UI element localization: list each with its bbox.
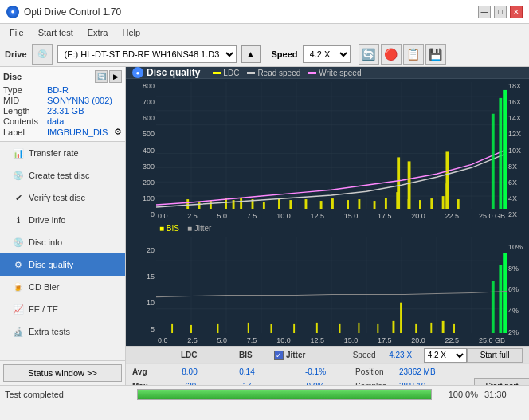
save-icon[interactable]: 💾	[425, 44, 446, 65]
status-text: Test completed	[5, 390, 131, 399]
sidebar-item-verify-test-disc[interactable]: ✔ Verify test disc	[0, 186, 125, 209]
avg-label: Avg	[132, 367, 161, 376]
drive-eject-icon[interactable]: 💿	[32, 44, 53, 65]
svg-rect-34	[385, 198, 387, 209]
svg-rect-71	[393, 321, 395, 333]
position-value: 23862 MB	[399, 367, 463, 376]
sidebar-item-create-test-disc[interactable]: 💿 Create test disc	[0, 164, 125, 186]
samples-label: Samples	[355, 382, 399, 386]
status-btn-area: Status window >>	[0, 360, 125, 385]
disc-label-row: Label IMGBURN_DIS ⚙	[3, 127, 122, 137]
svg-rect-61	[171, 324, 173, 333]
disc-length-value: 23.31 GB	[47, 106, 84, 116]
svg-rect-77	[492, 281, 495, 333]
drive-label: Drive	[5, 49, 27, 59]
menu-start-test[interactable]: Start test	[32, 26, 80, 39]
svg-rect-63	[217, 324, 219, 333]
disc-length-row: Length 23.31 GB	[3, 106, 122, 116]
status-window-button[interactable]: Status window >>	[3, 364, 122, 382]
disc-mid-row: MID SONYNN3 (002)	[3, 96, 122, 105]
disc-header: Disc 🔄 ▶	[3, 70, 122, 83]
disc-mid-label: MID	[3, 96, 47, 105]
svg-rect-38	[430, 198, 433, 209]
app-icon: ●	[6, 6, 19, 18]
svg-rect-79	[503, 253, 507, 333]
refresh-icon[interactable]: 🔄	[359, 44, 379, 65]
max-jitter: 0.0%	[276, 382, 355, 386]
disc-label-label: Label	[3, 128, 47, 137]
bottom-bar: Test completed 100.0% 31:30	[0, 385, 529, 402]
minimize-button[interactable]: —	[478, 6, 491, 18]
speed-header-select[interactable]: 4.2 X	[424, 348, 467, 363]
svg-rect-37	[419, 200, 421, 209]
drive-select[interactable]: (E:) HL-DT-ST BD-RE WH16NS48 1.D3	[57, 45, 237, 63]
upper-chart-area	[156, 82, 507, 209]
menu-help[interactable]: Help	[116, 26, 147, 39]
sidebar-label-verify-test-disc: Verify test disc	[29, 193, 85, 202]
sidebar-label-fe-te: FE / TE	[29, 304, 58, 314]
nav-items: 📊 Transfer rate 💿 Create test disc ✔ Ver…	[0, 142, 125, 360]
record-icon[interactable]: 🔴	[381, 44, 402, 65]
lower-y-axis-left: 20 15 10 5	[126, 222, 156, 346]
read-legend-label: Read speed	[257, 69, 300, 77]
disc-contents-value: data	[47, 116, 64, 126]
upper-x-axis: 0.0 2.5 5.0 7.5 10.0 12.5 15.0 17.5 20.0…	[156, 210, 507, 222]
sidebar-label-create-test-disc: Create test disc	[29, 171, 89, 180]
ldc-legend-label: LDC	[223, 69, 239, 77]
jitter-header-label: Jitter	[286, 351, 305, 359]
verify-test-disc-icon: ✔	[13, 192, 24, 203]
start-full-button[interactable]: Start full	[467, 348, 523, 363]
svg-rect-75	[442, 321, 445, 333]
bis-legend: ■ BIS	[159, 224, 179, 233]
read-color-dot	[247, 72, 255, 74]
disc-mid-value: SONYNN3 (002)	[47, 96, 112, 105]
svg-rect-44	[445, 151, 449, 209]
disc-type-value: BD-R	[47, 85, 69, 95]
svg-rect-33	[374, 201, 376, 209]
sidebar-label-extra-tests: Extra tests	[29, 327, 70, 336]
svg-rect-76	[453, 324, 455, 333]
main-layout: Disc 🔄 ▶ Type BD-R MID SONYNN3 (002) Len…	[0, 67, 529, 385]
disc-refresh-icon[interactable]: 🔄	[95, 70, 108, 83]
sidebar-item-cd-bier[interactable]: 🍺 CD Bier	[0, 276, 125, 298]
sidebar-label-disc-quality: Disc quality	[29, 260, 73, 269]
svg-rect-18	[186, 199, 189, 209]
copy-icon[interactable]: 📋	[403, 44, 424, 65]
disc-edit-icon[interactable]: ⚙	[114, 127, 122, 137]
disc-icons: 🔄 ▶	[95, 70, 122, 83]
lower-y-axis-right: 10% 8% 6% 4% 2%	[507, 222, 529, 346]
sidebar-item-disc-info[interactable]: 💿 Disc info	[0, 231, 125, 253]
svg-rect-25	[263, 202, 265, 209]
transfer-rate-icon: 📊	[13, 147, 24, 159]
start-part-button[interactable]: Start part	[474, 378, 529, 385]
svg-rect-68	[339, 324, 341, 333]
drive-refresh-icon[interactable]: ▲	[241, 45, 261, 63]
sidebar-item-extra-tests[interactable]: 🔬 Extra tests	[0, 320, 125, 343]
menu-extra[interactable]: Extra	[81, 26, 115, 39]
disc-info-icon[interactable]: ▶	[109, 70, 122, 83]
lower-chart: ■ BIS ■ Jitter 20 15 10 5 10% 8% 6% 4% 2…	[126, 222, 529, 346]
svg-rect-20	[210, 201, 212, 209]
legend-ldc: LDC	[213, 69, 239, 77]
avg-bis: 0.14	[218, 367, 276, 376]
close-button[interactable]: ✕	[510, 6, 523, 18]
svg-rect-26	[278, 198, 280, 209]
disc-quality-header: ● Disc quality LDC Read speed Write spee…	[126, 67, 529, 79]
restore-button[interactable]: □	[494, 6, 507, 18]
speed-select[interactable]: 4.2 X	[303, 45, 351, 63]
disc-info-panel: Disc 🔄 ▶ Type BD-R MID SONYNN3 (002) Len…	[0, 67, 125, 142]
jitter-checkbox[interactable]: ✓	[274, 351, 284, 360]
time-elapsed: 31:30	[484, 390, 524, 399]
menu-file[interactable]: File	[3, 26, 30, 39]
svg-rect-74	[430, 323, 432, 333]
progress-bar-container	[137, 389, 432, 400]
legend: LDC Read speed Write speed	[213, 69, 361, 77]
sidebar-item-drive-info[interactable]: ℹ Drive info	[0, 209, 125, 231]
title-controls: — □ ✕	[478, 6, 523, 18]
extra-tests-icon: 🔬	[13, 326, 24, 337]
sidebar-item-transfer-rate[interactable]: 📊 Transfer rate	[0, 142, 125, 164]
disc-title: Disc	[3, 72, 22, 81]
sidebar-item-disc-quality[interactable]: ⚙ Disc quality	[0, 253, 125, 276]
sidebar-item-fe-te[interactable]: 📈 FE / TE	[0, 298, 125, 320]
svg-rect-67	[316, 323, 318, 333]
